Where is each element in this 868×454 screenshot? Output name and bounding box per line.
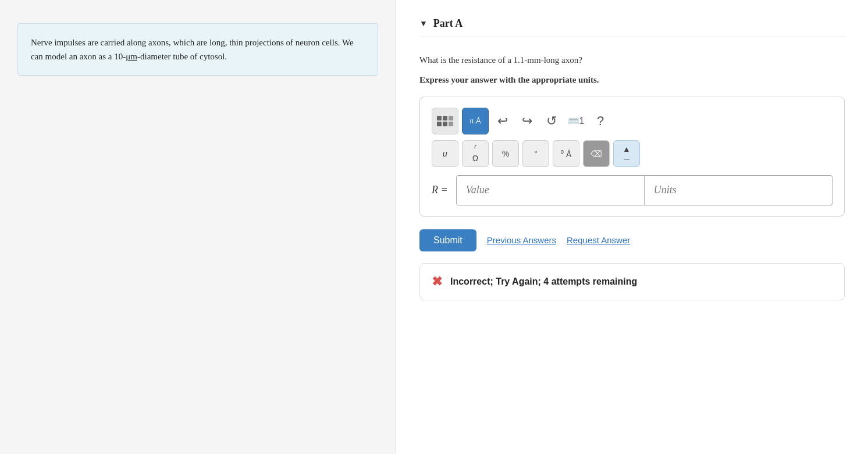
part-header: ▼ Part A <box>419 17 845 37</box>
mm-unit: mm <box>527 55 540 65</box>
toolbar-row-2: u r Ω % ° o Å ⌫ <box>432 140 833 167</box>
express-label: Express your answer with the appropriate… <box>419 75 845 85</box>
r-equals-label: R = <box>432 184 448 196</box>
u-button[interactable]: u <box>432 140 458 167</box>
question-text: What is the resistance of a 1.1-mm-long … <box>419 54 845 67</box>
error-box: ✖ Incorrect; Try Again; 4 attempts remai… <box>419 263 845 300</box>
error-message: Incorrect; Try Again; 4 attempts remaini… <box>450 276 637 287</box>
units-input[interactable] <box>645 175 833 205</box>
show-keyboard-button[interactable]: ▲— <box>613 140 640 167</box>
percent-button[interactable]: % <box>492 140 519 167</box>
submit-button[interactable]: Submit <box>419 229 476 251</box>
request-answer-button[interactable]: Request Answer <box>567 235 630 245</box>
percent-icon: % <box>502 149 509 158</box>
error-icon: ✖ <box>432 274 442 289</box>
right-panel: ▼ Part A What is the resistance of a 1.1… <box>396 0 868 454</box>
reset-icon: ↺ <box>546 114 557 129</box>
help-icon: ? <box>597 114 604 129</box>
left-panel: Nerve impulses are carried along axons, … <box>0 0 396 454</box>
angstrom-button[interactable]: o Å <box>553 140 579 167</box>
keyboard-icon: ⌨️1 <box>568 115 585 126</box>
degree-button[interactable]: ° <box>522 140 549 167</box>
problem-text: Nerve impulses are carried along axons, … <box>31 38 354 61</box>
previous-answers-button[interactable]: Previous Answers <box>487 235 556 245</box>
omega-icon: r Ω <box>472 144 478 163</box>
degree-icon: ° <box>534 149 538 158</box>
value-input[interactable] <box>456 175 645 205</box>
backspace-icon: ⌫ <box>590 149 602 158</box>
omega-button[interactable]: r Ω <box>462 140 489 167</box>
problem-box: Nerve impulses are carried along axons, … <box>17 23 378 76</box>
reset-button[interactable]: ↺ <box>541 108 562 134</box>
show-keyboard-icon: ▲— <box>622 144 631 163</box>
collapse-arrow-icon[interactable]: ▼ <box>419 19 428 29</box>
angstrom-icon: o Å <box>561 148 572 159</box>
action-row: Submit Previous Answers Request Answer <box>419 229 845 251</box>
u-icon: u <box>443 149 447 158</box>
symbol-icon: ıı.Á <box>469 116 481 125</box>
toolbar-row-1: ıı.Á ↩ ↪ ↺ ⌨️1 ? <box>432 108 833 134</box>
part-title: Part A <box>433 17 463 30</box>
help-button[interactable]: ? <box>590 108 611 134</box>
input-row: R = <box>432 175 833 205</box>
symbol-button[interactable]: ıı.Á <box>462 108 489 134</box>
backspace-button[interactable]: ⌫ <box>583 140 610 167</box>
undo-button[interactable]: ↩ <box>492 108 513 134</box>
keyboard-button[interactable]: ⌨️1 <box>565 108 586 134</box>
answer-container: ıı.Á ↩ ↪ ↺ ⌨️1 ? <box>419 97 845 217</box>
undo-icon: ↩ <box>497 114 508 129</box>
redo-button[interactable]: ↪ <box>517 108 538 134</box>
template-grid-button[interactable] <box>432 108 458 134</box>
redo-icon: ↪ <box>522 114 532 129</box>
template-grid-icon <box>437 116 453 126</box>
micrometer-unit: μm <box>126 52 137 61</box>
